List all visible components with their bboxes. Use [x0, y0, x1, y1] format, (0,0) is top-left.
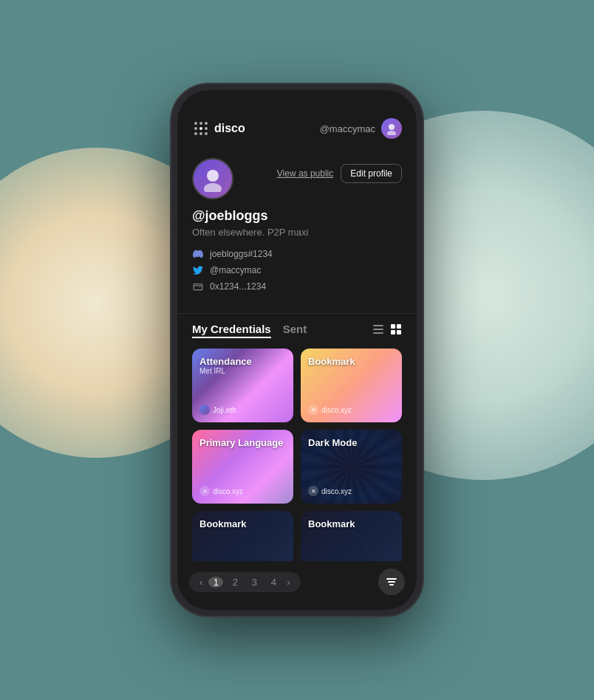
phone-notch — [253, 90, 341, 111]
page-1-button[interactable]: 1 — [208, 577, 223, 588]
filter-button[interactable] — [378, 569, 405, 595]
card-title: Dark Mode — [308, 437, 395, 448]
card-title-group: Bookmark — [199, 518, 286, 529]
prev-page-button[interactable]: ‹ — [198, 577, 204, 588]
phone-screen: disco @maccymac — [177, 90, 417, 610]
profile-section: View as public Edit profile @joebloggs O… — [177, 146, 417, 304]
phone-shell: disco @maccymac — [171, 84, 423, 616]
card-title: Attendance — [199, 356, 286, 367]
twitter-icon — [192, 264, 204, 276]
svg-point-2 — [205, 122, 208, 125]
credential-card-attendance-1[interactable]: Attendance Met IRL Joji.eth — [192, 349, 293, 422]
svg-point-9 — [389, 124, 395, 130]
tab-sent[interactable]: Sent — [283, 323, 307, 338]
profile-avatar[interactable] — [192, 158, 233, 199]
header-avatar[interactable] — [381, 118, 402, 139]
twitter-handle: @maccymac — [210, 265, 262, 275]
page-4-button[interactable]: 4 — [266, 577, 281, 588]
tabs-left: My Credentials Sent — [192, 323, 307, 338]
disco-logo-icon — [192, 120, 210, 137]
card-title: Primary Language — [199, 437, 286, 448]
credentials-tabs: My Credentials Sent — [192, 323, 402, 338]
credential-card-primary-language[interactable]: Primary Language ✕ disco.xyz — [192, 430, 293, 504]
disco-icon: ✕ — [199, 486, 210, 496]
scroll-content: View as public Edit profile @joebloggs O… — [177, 146, 417, 561]
card-content: Attendance Met IRL Joji.eth — [192, 349, 293, 422]
social-wallet: 0x1234...1234 — [192, 281, 402, 292]
svg-point-7 — [199, 132, 202, 135]
svg-point-4 — [199, 127, 202, 130]
wallet-icon — [192, 281, 204, 292]
app-name: disco — [214, 122, 245, 135]
card-issuer-name: disco.xyz — [321, 487, 352, 495]
divider — [177, 313, 417, 314]
svg-rect-18 — [397, 324, 401, 329]
social-twitter: @maccymac — [192, 264, 402, 276]
svg-point-11 — [207, 170, 219, 182]
card-title: Bookmark — [308, 518, 395, 529]
grid-view-toggle[interactable] — [390, 323, 402, 338]
card-title-group: Dark Mode — [308, 437, 395, 448]
page-3-button[interactable]: 3 — [247, 577, 262, 588]
credential-card-bookmark-3[interactable]: Bookmark ✕ disco.xyz — [301, 511, 402, 561]
card-issuer: ✕ disco.xyz — [308, 405, 395, 415]
card-issuer-name: disco.xyz — [321, 406, 352, 414]
card-title-group: Bookmark — [308, 356, 395, 367]
credentials-section: My Credentials Sent — [177, 323, 417, 561]
card-title-group: Primary Language — [199, 437, 286, 448]
svg-rect-14 — [373, 325, 383, 326]
header-username: @maccymac — [320, 123, 375, 134]
list-view-toggle[interactable] — [372, 323, 384, 338]
logo-area: disco — [192, 120, 245, 137]
pagination: ‹ 1 2 3 4 › — [189, 572, 301, 592]
card-title-group: Attendance Met IRL — [199, 356, 286, 375]
card-issuer-name: disco.xyz — [213, 487, 243, 495]
card-title: Bookmark — [308, 356, 395, 367]
svg-point-6 — [194, 132, 197, 135]
svg-rect-20 — [397, 330, 401, 334]
card-content: Primary Language ✕ disco.xyz — [192, 430, 293, 504]
card-content: Dark Mode ✕ disco.xyz — [301, 430, 402, 504]
card-content: Bookmark ✕ disco.xyz — [301, 511, 402, 561]
svg-point-1 — [199, 122, 202, 125]
svg-rect-19 — [391, 330, 395, 334]
view-as-public-button[interactable]: View as public — [277, 168, 334, 179]
credential-card-bookmark-2[interactable]: Bookmark ✕ disco.xyz — [192, 511, 293, 561]
view-toggles — [372, 323, 402, 338]
page-2-button[interactable]: 2 — [228, 577, 242, 588]
social-links: joebloggs#1234 @maccymac — [192, 248, 402, 292]
card-content: Bookmark ✕ disco.xyz — [301, 349, 402, 422]
credential-card-bookmark-1[interactable]: Bookmark ✕ disco.xyz — [301, 349, 402, 422]
svg-point-8 — [205, 132, 208, 135]
svg-point-12 — [204, 183, 222, 192]
bottom-nav: ‹ 1 2 3 4 › — [177, 561, 417, 610]
tab-my-credentials[interactable]: My Credentials — [192, 323, 271, 338]
svg-point-10 — [387, 131, 396, 135]
credential-card-dark-mode[interactable]: Dark Mode ✕ disco.xyz — [301, 430, 402, 504]
next-page-button[interactable]: › — [285, 577, 291, 588]
profile-username: @joebloggs — [192, 208, 402, 224]
card-issuer: Joji.eth — [199, 405, 286, 415]
social-discord: joebloggs#1234 — [192, 248, 402, 260]
disco-icon: ✕ — [308, 486, 318, 496]
card-issuer-name: Joji.eth — [213, 406, 236, 414]
profile-actions: View as public Edit profile — [277, 164, 402, 183]
profile-bio: Often elsewhere. P2P maxi — [192, 227, 402, 238]
card-content: Bookmark ✕ disco.xyz — [192, 511, 293, 561]
joji-avatar-icon — [199, 405, 210, 415]
svg-point-5 — [205, 127, 208, 130]
wallet-address: 0x1234...1234 — [210, 281, 266, 292]
user-area: @maccymac — [320, 118, 402, 139]
discord-icon — [192, 248, 204, 260]
svg-rect-17 — [391, 324, 395, 329]
discord-handle: joebloggs#1234 — [210, 249, 273, 259]
disco-icon: ✕ — [308, 405, 318, 415]
card-title: Bookmark — [199, 518, 286, 529]
edit-profile-button[interactable]: Edit profile — [341, 164, 402, 183]
credentials-grid: Attendance Met IRL Joji.eth — [192, 349, 402, 561]
svg-rect-15 — [373, 329, 383, 330]
card-issuer: ✕ disco.xyz — [199, 486, 286, 496]
svg-rect-13 — [194, 284, 202, 290]
svg-point-0 — [194, 122, 197, 125]
card-title-group: Bookmark — [308, 518, 395, 529]
